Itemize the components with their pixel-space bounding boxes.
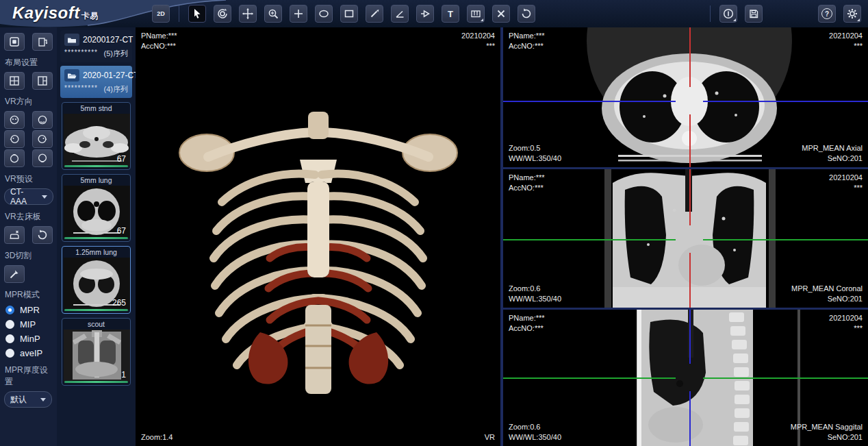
series-thumbnail-5mm-lung[interactable]: 5mm lung 67: [62, 174, 131, 242]
pan-tool-button[interactable]: [239, 5, 257, 23]
thumbnail-title: 1.25mm lung: [64, 248, 129, 257]
text-annotation-tool-button[interactable]: T: [442, 5, 459, 23]
axial-series-overlay: MPR_MEAN AxialSeNO:201: [802, 143, 863, 164]
crosshair-v-red[interactable]: [689, 253, 691, 308]
pan-icon: [242, 8, 254, 20]
crosshair-tool-button[interactable]: [290, 5, 307, 23]
load-progress-bar: [64, 381, 128, 383]
vr-orient-right-button[interactable]: [32, 130, 53, 148]
settings-button[interactable]: [843, 5, 861, 23]
mpr-axial-viewport[interactable]: PName:***AccNO:*** 20210204*** Zoom:0.5W…: [503, 27, 868, 167]
save-button[interactable]: [745, 5, 763, 23]
crosshair-h-blue[interactable]: [703, 101, 868, 102]
vr-orient-left-button[interactable]: [4, 130, 25, 148]
sagittal-zoom-overlay: Zoom:0.6WW/WL:350/40: [509, 422, 561, 443]
mpr-mode-option-aveip[interactable]: aveIP: [5, 348, 51, 358]
vr-preset-select[interactable]: CT-AAA: [4, 188, 53, 205]
vr-orient-anterior-button[interactable]: [4, 111, 25, 129]
patient-id-masked: **********: [64, 84, 98, 95]
radio-icon: [5, 349, 14, 358]
mpr-coronal-viewport[interactable]: PName:***AccNO:*** 20210204*** Zoom:0.6W…: [503, 169, 868, 308]
layout-single-button[interactable]: [4, 33, 25, 51]
crosshair-v-blue[interactable]: [689, 391, 691, 446]
reset-view-button[interactable]: [518, 5, 535, 23]
series-thumbnail-scout[interactable]: scout 1: [62, 318, 131, 386]
head-posterior-icon: [37, 114, 48, 125]
toolbar-far-right-group: ?: [818, 5, 861, 23]
crosshair-h-green[interactable]: [703, 239, 868, 240]
mpr-sagittal-viewport[interactable]: PName:***AccNO:*** 20210204*** Zoom:0.6W…: [503, 310, 868, 446]
layout-1-2-button[interactable]: [32, 72, 53, 90]
rect-roi-tool-button[interactable]: [340, 5, 358, 23]
section-mpr-mode-label: MPR模式: [5, 289, 52, 301]
crosshair-h-green[interactable]: [503, 239, 676, 240]
grid-2x2-icon: [8, 75, 21, 87]
series-thumbnail-1-25mm-lung-selected[interactable]: 1.25mm lung 265: [62, 246, 131, 314]
vr-preset-value: CT-AAA: [10, 187, 38, 206]
top-toolbar: Kayisoft卡易 2D: [0, 0, 868, 27]
help-icon: ?: [821, 8, 832, 19]
zoom-icon: [267, 8, 279, 20]
section-mpr-thickness-label: MPR厚度设置: [5, 364, 52, 388]
cursor-tool-button[interactable]: [188, 5, 206, 23]
sagittal-date-overlay: 20210204***: [829, 313, 863, 334]
view-2d-button[interactable]: 2D: [152, 5, 170, 23]
crosshair-v-red[interactable]: [689, 114, 691, 167]
zoom-tool-button[interactable]: [264, 5, 282, 23]
mpr-mode-option-mpr[interactable]: MPR: [5, 305, 51, 315]
arrow-annotation-tool-button[interactable]: [416, 5, 434, 23]
mpr-thickness-select[interactable]: 默认: [4, 391, 52, 408]
crosshair-v-blue[interactable]: [689, 310, 691, 364]
vr-patient-overlay: PName:***AccNO:***: [141, 31, 177, 51]
delete-annotation-button[interactable]: [492, 5, 510, 23]
crosshair-icon: [292, 8, 305, 20]
cut-3d-button[interactable]: [4, 265, 25, 283]
angle-tool-button[interactable]: [391, 5, 409, 23]
crosshair-h-blue[interactable]: [503, 101, 676, 102]
vr-viewport[interactable]: PName:***AccNO:*** 20210204*** Zoom:1.4 …: [136, 27, 500, 446]
localizer-tool-button[interactable]: [467, 5, 485, 23]
radio-selected-icon: [5, 306, 14, 314]
coronal-patient-overlay: PName:***AccNO:***: [509, 173, 545, 193]
report-button[interactable]: [719, 5, 737, 23]
thumbnail-image-scout: [64, 330, 130, 382]
toolbar-mid-right-group: [709, 5, 763, 23]
crosshair-h-green[interactable]: [703, 377, 868, 379]
dropdown-corner: [733, 18, 736, 21]
coronal-zoom-overlay: Zoom:0.6WW/WL:350/40: [509, 284, 561, 304]
folder-closed-icon: [64, 34, 79, 46]
layout-grid-2x2-button[interactable]: [4, 72, 25, 90]
crosshair-v-red[interactable]: [689, 27, 691, 87]
measure-tool-button[interactable]: [366, 5, 383, 23]
load-progress-bar: [64, 237, 128, 239]
coronal-date-overlay: 20210204***: [829, 173, 863, 193]
crosshair-v-red[interactable]: [689, 169, 691, 225]
ellipse-roi-tool-button[interactable]: [315, 5, 333, 23]
vr-orient-inferior-button[interactable]: [32, 149, 53, 167]
section-layout-label: 布局设置: [5, 57, 52, 69]
image-count: 67: [117, 226, 126, 236]
series-thumbnail-5mm-stnd[interactable]: 5mm stnd 67: [62, 102, 131, 170]
left-sidebar: 布局设置 VR方向: [0, 27, 57, 446]
folder-open-icon: [64, 69, 79, 82]
grid-1-2-icon: [36, 75, 49, 87]
layout-flip-button[interactable]: [32, 33, 53, 51]
vr-bed-reset-button[interactable]: [32, 226, 53, 244]
help-button[interactable]: ?: [818, 5, 836, 23]
rotate-3d-tool-button[interactable]: [214, 5, 231, 23]
crosshair-h-green[interactable]: [503, 377, 676, 379]
head-anterior-icon: [9, 114, 20, 125]
head-inferior-icon: [37, 153, 48, 164]
toolbar-divider: [710, 5, 711, 22]
mpr-mode-option-mip[interactable]: MIP: [5, 319, 51, 330]
mpr-mode-option-minp[interactable]: MinP: [5, 334, 51, 344]
chevron-down-icon: [40, 398, 46, 401]
study-item[interactable]: 20200127-CT ********** (5)序列: [60, 30, 132, 62]
angle-icon: [394, 8, 406, 20]
reset-icon: [520, 8, 533, 20]
vr-orient-superior-button[interactable]: [4, 149, 25, 167]
study-item-selected[interactable]: 2020-01-27-CT ********** (4)序列: [60, 66, 132, 98]
remove-bed-button[interactable]: [4, 226, 25, 244]
vr-orient-posterior-button[interactable]: [32, 111, 53, 129]
section-vr-direction-label: VR方向: [5, 96, 52, 108]
